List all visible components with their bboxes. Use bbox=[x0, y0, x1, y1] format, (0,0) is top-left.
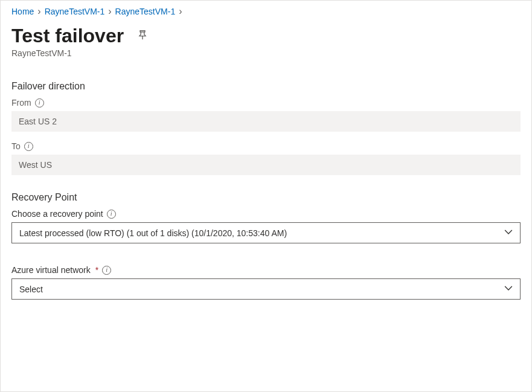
required-asterisk: * bbox=[95, 265, 98, 275]
to-value: West US bbox=[11, 155, 521, 175]
breadcrumb-home[interactable]: Home bbox=[11, 7, 34, 16]
from-value: East US 2 bbox=[11, 111, 521, 132]
recovery-point-selected: Latest processed (low RTO) (1 out of 1 d… bbox=[19, 228, 287, 238]
chevron-down-icon bbox=[504, 284, 513, 294]
chevron-right-icon: › bbox=[179, 7, 182, 16]
recovery-point-heading: Recovery Point bbox=[11, 192, 521, 203]
info-icon[interactable]: i bbox=[107, 210, 116, 219]
page-subtitle: RayneTestVM-1 bbox=[1, 47, 531, 70]
breadcrumb-item-2[interactable]: RayneTestVM-1 bbox=[115, 7, 176, 16]
info-icon[interactable]: i bbox=[35, 98, 44, 108]
pin-icon bbox=[137, 30, 148, 42]
page-header: Test failover bbox=[1, 20, 531, 47]
breadcrumb: Home › RayneTestVM-1 › RayneTestVM-1 › bbox=[1, 1, 531, 20]
choose-recovery-label: Choose a recovery point i bbox=[11, 209, 521, 219]
failover-direction-heading: Failover direction bbox=[11, 81, 521, 92]
chevron-right-icon: › bbox=[108, 7, 111, 16]
info-icon[interactable]: i bbox=[102, 266, 111, 275]
info-icon[interactable]: i bbox=[24, 142, 33, 151]
recovery-point-select[interactable]: Latest processed (low RTO) (1 out of 1 d… bbox=[11, 222, 521, 243]
vnet-placeholder: Select bbox=[19, 284, 43, 294]
from-label: From i bbox=[11, 98, 521, 108]
vnet-label: Azure virtual network * i bbox=[11, 265, 521, 275]
vnet-select[interactable]: Select bbox=[11, 278, 521, 300]
chevron-right-icon: › bbox=[37, 7, 40, 16]
svg-rect-0 bbox=[140, 31, 145, 32]
page-title: Test failover bbox=[11, 25, 124, 47]
breadcrumb-item-1[interactable]: RayneTestVM-1 bbox=[45, 7, 105, 16]
pin-button[interactable] bbox=[135, 27, 150, 45]
to-label: To i bbox=[11, 141, 521, 151]
chevron-down-icon bbox=[504, 228, 513, 238]
